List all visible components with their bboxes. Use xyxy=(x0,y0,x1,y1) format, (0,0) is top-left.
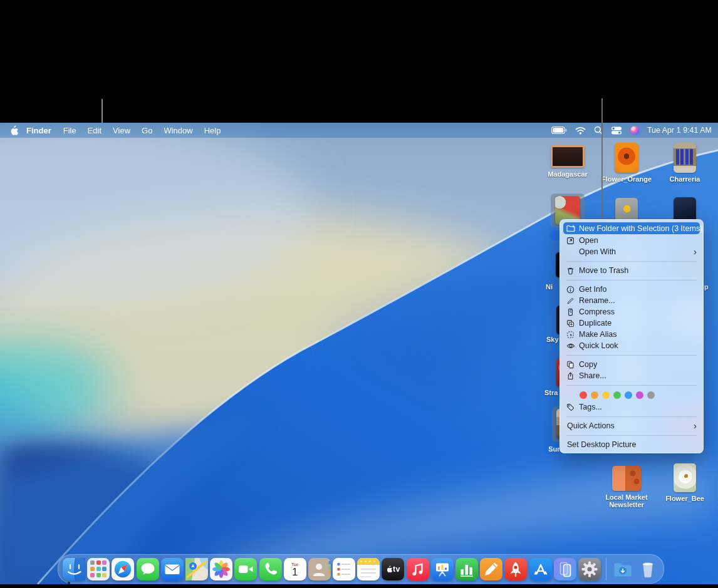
menu-bar: Finder File Edit View Go Window Help xyxy=(0,123,718,138)
desktop-icon-charreria[interactable]: Charreria xyxy=(660,143,710,183)
open-icon xyxy=(566,237,575,245)
dock-app-app-store[interactable] xyxy=(529,558,552,580)
finder-running-indicator xyxy=(68,582,70,584)
app-store-icon xyxy=(529,558,552,580)
rename-icon xyxy=(566,297,575,305)
numbers-chart-icon xyxy=(455,558,478,580)
menu-item-set-desktop-picture[interactable]: Set Desktop Picture xyxy=(560,439,703,450)
dock-app-messages[interactable] xyxy=(137,558,159,580)
icon-label: Flower_Orange xyxy=(601,176,652,183)
menu-item-label: Quick Actions xyxy=(567,421,615,430)
callout-line-context-menu xyxy=(601,98,603,219)
menu-separator xyxy=(566,385,697,386)
keynote-icon xyxy=(431,558,454,580)
tag-blue-dot[interactable] xyxy=(625,391,632,399)
dock-downloads-folder[interactable] xyxy=(611,558,634,580)
tag-green-dot[interactable] xyxy=(613,391,621,399)
new-folder-icon xyxy=(566,225,575,232)
flower-orange-thumbnail xyxy=(615,143,638,173)
dock-app-keynote[interactable] xyxy=(431,558,454,580)
facetime-camera-icon xyxy=(234,558,257,580)
apple-tv-logo-icon xyxy=(386,565,392,573)
menu-item-label: Open xyxy=(579,236,598,245)
dock-app-pages[interactable] xyxy=(480,558,502,580)
desktop-icon-madagascar[interactable]: Madagascar xyxy=(543,145,593,178)
tv-label: tv xyxy=(393,565,400,574)
icon-label: Local Market Newsletter xyxy=(605,494,648,508)
menu-go[interactable]: Go xyxy=(136,126,158,135)
menu-window[interactable]: Window xyxy=(158,126,198,135)
dock-app-music[interactable] xyxy=(407,558,429,580)
desktop-icon-local-market-newsletter[interactable]: Local Market Newsletter xyxy=(598,466,655,508)
dock-app-system-settings[interactable] xyxy=(578,558,601,580)
menu-item-compress[interactable]: Compress xyxy=(560,306,703,317)
menu-item-label: Make Alias xyxy=(579,330,617,339)
menu-item-move-to-trash[interactable]: Move to Trash xyxy=(560,265,703,276)
menu-item-copy[interactable]: Copy xyxy=(560,359,703,370)
submenu-chevron-icon: › xyxy=(694,423,697,429)
tag-gray-dot[interactable] xyxy=(647,391,655,399)
menu-separator xyxy=(566,355,697,356)
tag-purple-dot[interactable] xyxy=(636,391,643,399)
menu-edit[interactable]: Edit xyxy=(82,126,107,135)
dock-app-maps[interactable] xyxy=(185,558,208,580)
dock-app-numbers[interactable] xyxy=(455,558,478,580)
tag-yellow-dot[interactable] xyxy=(602,391,610,399)
notes-icon xyxy=(357,558,380,580)
menu-bar-clock[interactable]: Tue Apr 1 9:41 AM xyxy=(646,126,712,135)
dock-app-games[interactable] xyxy=(504,558,527,580)
menu-item-share[interactable]: Share... xyxy=(560,370,703,381)
menu-item-get-info[interactable]: Get Info xyxy=(560,284,703,295)
dock-app-contacts[interactable] xyxy=(308,558,331,580)
dock-app-reminders[interactable] xyxy=(333,558,355,580)
tag-orange-dot[interactable] xyxy=(591,391,598,399)
dock-app-iphone-mirroring[interactable] xyxy=(554,558,576,580)
dock-app-launchpad[interactable] xyxy=(87,558,110,580)
dock-app-photos[interactable] xyxy=(210,558,232,580)
menu-item-duplicate[interactable]: Duplicate xyxy=(560,317,703,329)
menu-item-tags[interactable]: Tags... xyxy=(560,401,703,413)
context-menu: New Folder with Selection (3 Items) Open… xyxy=(559,219,704,453)
dock-app-safari[interactable] xyxy=(112,558,134,580)
menu-finder[interactable]: Finder xyxy=(20,126,58,135)
dock-app-finder[interactable] xyxy=(63,558,85,580)
menu-item-label: Set Desktop Picture xyxy=(567,440,636,449)
dock-app-notes[interactable] xyxy=(357,558,380,580)
menu-item-open-with[interactable]: Open With › xyxy=(560,246,703,257)
contacts-person-icon xyxy=(308,558,331,580)
menu-item-quick-actions[interactable]: Quick Actions › xyxy=(560,420,703,431)
dock-app-phone[interactable] xyxy=(259,558,282,580)
desktop-icon-flower-orange[interactable]: Flower_Orange xyxy=(601,143,652,183)
dock-app-facetime[interactable] xyxy=(234,558,257,580)
tag-red-dot[interactable] xyxy=(580,391,587,399)
menu-bar-left: Finder File Edit View Go Window Help xyxy=(0,123,226,138)
compress-icon xyxy=(566,308,575,316)
menu-item-new-folder-with-selection[interactable]: New Folder with Selection (3 Items) xyxy=(563,222,700,234)
alias-icon xyxy=(566,331,575,339)
dock-trash[interactable] xyxy=(637,558,659,580)
menu-item-open[interactable]: Open xyxy=(560,235,703,246)
wifi-icon[interactable] xyxy=(573,123,588,138)
menu-file[interactable]: File xyxy=(58,126,82,135)
icon-label: Madagascar xyxy=(548,171,588,178)
menu-help[interactable]: Help xyxy=(199,126,227,135)
menu-item-quick-look[interactable]: Quick Look xyxy=(560,340,703,351)
trash-icon xyxy=(566,267,575,275)
menu-view[interactable]: View xyxy=(107,126,136,135)
apple-menu[interactable] xyxy=(8,123,20,138)
menu-item-rename[interactable]: Rename... xyxy=(560,295,703,306)
siri-icon[interactable] xyxy=(628,123,642,138)
desktop-icon-flower-bee[interactable]: Flower_Bee xyxy=(660,463,710,503)
control-center-icon[interactable] xyxy=(609,123,624,138)
madagascar-thumbnail xyxy=(551,145,585,168)
dock-app-tv[interactable]: tv xyxy=(382,558,404,580)
dock-app-calendar[interactable]: Tue 1 xyxy=(284,558,306,580)
battery-icon[interactable] xyxy=(549,123,569,138)
menu-separator xyxy=(566,435,697,436)
menu-item-make-alias[interactable]: Make Alias xyxy=(560,329,703,340)
desktop[interactable]: Finder File Edit View Go Window Help xyxy=(0,123,718,584)
menu-item-label: Open With xyxy=(579,247,616,256)
icon-label-partial-ni: Ni xyxy=(546,283,553,291)
mail-envelope-icon xyxy=(161,558,184,580)
dock-app-mail[interactable] xyxy=(161,558,184,580)
